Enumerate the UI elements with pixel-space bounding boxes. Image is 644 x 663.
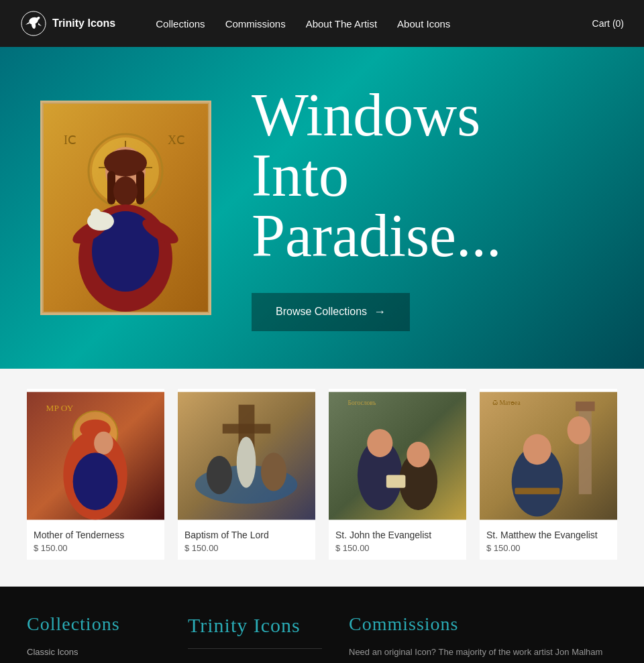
svg-point-51: [523, 434, 551, 465]
logo-text: Trinity Icons: [52, 17, 115, 29]
products-grid: MP ΟΥ Mother of Tenderness $ 150.00: [27, 389, 617, 560]
svg-text:ΙϹ: ΙϹ: [64, 133, 76, 147]
footer-collections-title: Collections: [27, 613, 161, 635]
product-price-4: $ 150.00: [486, 543, 610, 553]
product-image-1: MP ΟΥ: [27, 389, 164, 523]
footer-commission-text: Need an original Icon? The majority of t…: [349, 646, 617, 663]
product-image-4: ѿ Матѳеа: [480, 389, 617, 523]
svg-rect-49: [576, 402, 595, 411]
nav-about-artist[interactable]: About The Artist: [306, 18, 377, 29]
browse-button-label: Browse Collections: [276, 306, 367, 318]
product-card-3[interactable]: Богословъ St. John the Evangelist $ 150.…: [329, 389, 466, 560]
product-image-3: Богословъ: [329, 389, 466, 523]
footer-collections-links: Classic Icons Festal Icons Four Evangeli…: [27, 646, 161, 663]
svg-text:ѿ Матѳеа: ѿ Матѳеа: [492, 400, 521, 406]
nav-commissions[interactable]: Commissions: [225, 18, 286, 29]
product-name-2: Baptism of The Lord: [184, 530, 309, 540]
footer-trinity-title: Trinity Icons: [188, 613, 322, 638]
product-name-3: St. John the Evangelist: [335, 530, 460, 540]
svg-point-38: [207, 456, 232, 494]
hero-title: WindowsIntoParadise...: [252, 85, 604, 266]
footer-col-trinity: Trinity Icons About The Artist About Ico…: [188, 613, 322, 663]
product-price-2: $ 150.00: [184, 543, 309, 553]
hero-content: WindowsIntoParadise... Browse Collection…: [252, 85, 604, 331]
footer-col-collections: Collections Classic Icons Festal Icons F…: [27, 613, 161, 663]
product-image-2: [178, 389, 315, 523]
footer-commissions-title: Commissions: [349, 613, 617, 635]
svg-point-44: [407, 442, 429, 467]
svg-marker-3: [25, 22, 30, 25]
product-info-1: Mother of Tenderness $ 150.00: [27, 523, 164, 560]
product-card-2[interactable]: Baptism of The Lord $ 150.00: [178, 389, 315, 560]
product-info-3: St. John the Evangelist $ 150.00: [329, 523, 466, 560]
nav-collections[interactable]: Collections: [156, 18, 205, 29]
svg-rect-53: [515, 488, 559, 495]
svg-point-42: [367, 429, 392, 457]
svg-text:Богословъ: Богословъ: [348, 400, 376, 406]
svg-rect-15: [136, 171, 144, 204]
logo-icon: [20, 10, 47, 37]
svg-point-16: [113, 176, 138, 206]
footer-divider: [188, 648, 322, 649]
footer-grid: Collections Classic Icons Festal Icons F…: [27, 613, 617, 663]
browse-collections-button[interactable]: Browse Collections →: [252, 293, 410, 331]
footer-trinity-links: About The Artist About Icons Contact Us: [188, 660, 322, 663]
product-name-4: St. Matthew the Evangelist: [486, 530, 610, 540]
products-section: MP ΟΥ Mother of Tenderness $ 150.00: [0, 369, 644, 587]
arrow-icon: →: [374, 305, 386, 319]
svg-text:ΧϹ: ΧϹ: [168, 133, 185, 147]
hero-section: ΙϹ ΧϹ WindowsIntoParadise... Browse Coll…: [0, 47, 644, 369]
logo[interactable]: Trinity Icons: [20, 10, 115, 37]
product-price-1: $ 150.00: [34, 543, 158, 553]
hero-image: ΙϹ ΧϹ: [40, 101, 211, 315]
product-info-2: Baptism of The Lord $ 150.00: [178, 523, 315, 560]
nav-about-icons[interactable]: About Icons: [397, 18, 450, 29]
product-price-3: $ 150.00: [335, 543, 460, 553]
footer-link-classic-icons[interactable]: Classic Icons: [27, 647, 78, 657]
main-nav: Collections Commissions About The Artist…: [156, 18, 592, 29]
svg-point-22: [91, 208, 101, 221]
product-info-4: St. Matthew the Evangelist $ 150.00: [480, 523, 617, 560]
product-card-4[interactable]: ѿ Матѳеа St. Matthew the Evangelist $ 15…: [480, 389, 617, 560]
product-name-1: Mother of Tenderness: [34, 530, 158, 540]
svg-marker-4: [38, 23, 42, 26]
product-card-1[interactable]: MP ΟΥ Mother of Tenderness $ 150.00: [27, 389, 164, 560]
cart[interactable]: Cart (0): [592, 18, 624, 29]
svg-text:MP ΟΥ: MP ΟΥ: [46, 403, 74, 413]
hero-icon-painting: ΙϹ ΧϹ: [44, 104, 208, 312]
footer: Collections Classic Icons Festal Icons F…: [0, 587, 644, 663]
svg-point-37: [237, 436, 256, 487]
svg-rect-35: [223, 424, 271, 433]
svg-rect-45: [386, 475, 406, 488]
svg-point-52: [568, 416, 590, 444]
svg-point-39: [261, 453, 286, 491]
footer-col-commissions: Commissions Need an original Icon? The m…: [349, 613, 617, 663]
svg-point-30: [94, 432, 113, 455]
svg-point-31: [73, 453, 118, 510]
